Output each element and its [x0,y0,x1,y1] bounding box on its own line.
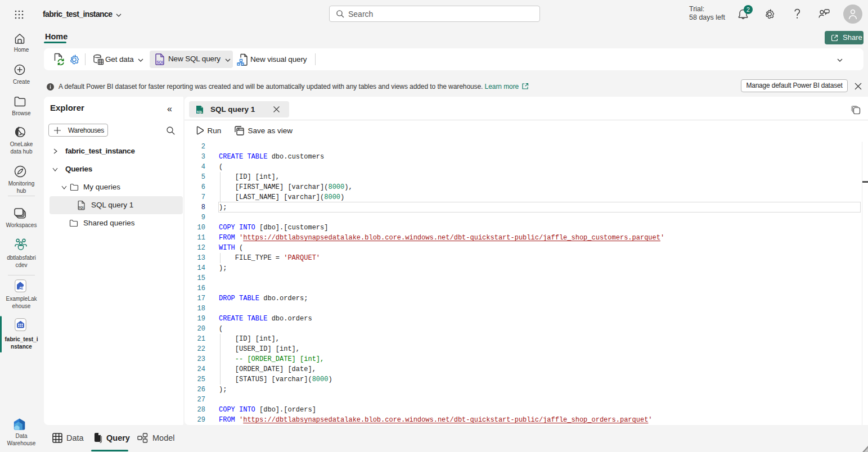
svg-text:SQL: SQL [197,110,203,114]
svg-text:SQL: SQL [156,60,164,65]
svg-text:SQL: SQL [78,206,85,209]
